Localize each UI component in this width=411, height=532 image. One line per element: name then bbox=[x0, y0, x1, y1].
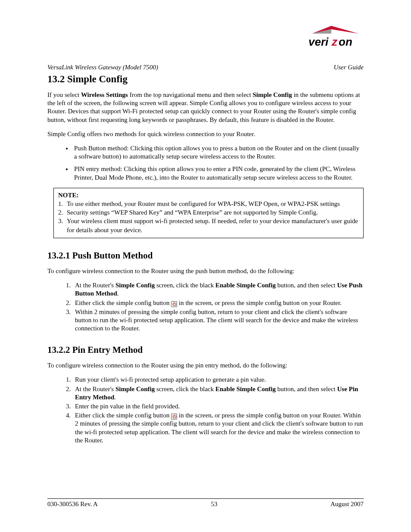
push-button-lead: To configure wireless connection to the … bbox=[47, 267, 364, 275]
section-heading: 13.2 Simple Config bbox=[47, 74, 364, 85]
product-name: VersaLink Wireless Gateway (Model 7500) bbox=[47, 64, 158, 71]
push-button-steps: At the Router's Simple Config screen, cl… bbox=[47, 281, 364, 333]
note-box: NOTE: 1.To use either method, your Route… bbox=[53, 188, 364, 238]
document-page: veri z on VersaLink Wireless Gateway (Mo… bbox=[0, 0, 411, 532]
list-item: Either click the simple config button ⏻ … bbox=[72, 411, 364, 445]
footer-page-number: 53 bbox=[211, 501, 217, 508]
list-item: Push Button method: Clicking this option… bbox=[72, 144, 364, 161]
pin-entry-steps: Run your client's wi-fi protected setup … bbox=[47, 376, 364, 445]
pin-entry-lead: To configure wireless connection to the … bbox=[47, 361, 364, 370]
list-item: PIN entry method: Clicking this option a… bbox=[72, 165, 364, 181]
list-item: Enter the pin value in the field provide… bbox=[72, 402, 364, 411]
methods-bullet-list: Push Button method: Clicking this option… bbox=[47, 144, 364, 182]
methods-lead: Simple Config offers two methods for qui… bbox=[47, 130, 364, 138]
simple-config-button-icon: ⏻ bbox=[171, 414, 177, 420]
list-item: Within 2 minutes of pressing the simple … bbox=[72, 308, 364, 333]
svg-text:veri: veri bbox=[308, 35, 329, 48]
svg-text:on: on bbox=[339, 35, 352, 48]
list-item: At the Router's Simple Config screen, cl… bbox=[72, 281, 364, 298]
subsection-heading: 13.2.2 Pin Entry Method bbox=[47, 345, 364, 355]
simple-config-button-icon: ⏻ bbox=[171, 301, 177, 307]
list-item: At the Router's Simple Config screen, cl… bbox=[72, 385, 364, 401]
intro-paragraph: If you select Wireless Settings from the… bbox=[47, 91, 364, 124]
note-item: Your wireless client must support wi-fi … bbox=[67, 217, 359, 234]
list-item: Run your client's wi-fi protected setup … bbox=[72, 376, 364, 384]
footer-left: 030-300536 Rev. A bbox=[47, 501, 98, 508]
note-item: To use either method, your Router must b… bbox=[67, 199, 359, 208]
note-item: Security settings “WEP Shared Key” and “… bbox=[67, 208, 359, 217]
note-label: NOTE: bbox=[58, 192, 79, 199]
running-header: VersaLink Wireless Gateway (Model 7500) … bbox=[47, 64, 364, 71]
subsection-heading: 13.2.1 Push Button Method bbox=[47, 250, 364, 261]
verizon-logo: veri z on bbox=[308, 21, 364, 51]
footer-right: August 2007 bbox=[330, 501, 364, 508]
svg-text:z: z bbox=[331, 35, 338, 48]
list-item: Either click the simple config button ⏻ … bbox=[72, 299, 364, 307]
page-footer: 030-300536 Rev. A 53 August 2007 bbox=[47, 498, 364, 508]
doc-type: User Guide bbox=[333, 64, 364, 71]
